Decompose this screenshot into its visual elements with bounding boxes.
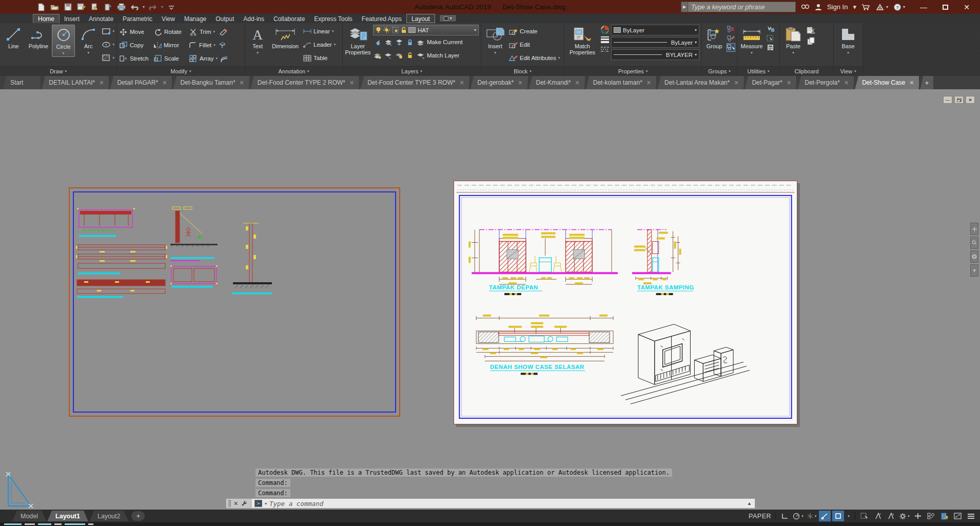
help-icon[interactable]: ?▾ <box>893 3 905 11</box>
rectangle-icon[interactable] <box>102 27 111 36</box>
line-button[interactable]: Line <box>2 25 25 49</box>
layer-state-icon[interactable] <box>373 51 382 60</box>
edit-block-button[interactable]: Edit <box>520 42 530 48</box>
erase-icon[interactable] <box>219 28 228 36</box>
scale-icon[interactable] <box>153 54 162 63</box>
move-button[interactable]: Move <box>130 29 151 35</box>
file-tab[interactable]: Det-Bangku Taman*✕ <box>173 76 249 89</box>
tab-manage[interactable]: Manage <box>180 14 211 23</box>
linear-button[interactable]: Linear <box>313 28 330 34</box>
tab-featured-apps[interactable]: Featured Apps <box>357 14 406 23</box>
group-selection-icon[interactable] <box>727 43 735 52</box>
layer-lock-icon[interactable] <box>405 38 414 47</box>
doc-restore-button[interactable] <box>954 96 964 104</box>
layer-vpfreeze-icon[interactable] <box>395 51 403 60</box>
linetype-dropdown[interactable]: BYLAYER▾ <box>611 49 699 60</box>
copy-button[interactable]: Copy <box>130 42 151 48</box>
osnap-dropdown-icon[interactable]: ▾ <box>846 511 852 521</box>
measure-button[interactable]: Measure▾ <box>739 25 764 56</box>
layout1-tab[interactable]: Layout1 <box>47 511 88 521</box>
osnap-icon[interactable] <box>819 511 831 521</box>
id-point-icon[interactable] <box>766 34 775 43</box>
nav-orbit-button[interactable] <box>970 250 978 263</box>
redo-dropdown-icon[interactable]: ▾ <box>161 5 163 9</box>
model-tab[interactable]: Model <box>12 511 46 521</box>
command-close-icon[interactable]: ✕ <box>233 500 238 507</box>
linetype-icon[interactable] <box>600 45 609 53</box>
tab-parametric[interactable]: Parametric <box>118 14 157 23</box>
drawing-canvas[interactable]: — ✕ ▾ <box>0 89 980 510</box>
command-input[interactable] <box>269 500 744 508</box>
layer-properties-button[interactable]: Layer Properties <box>345 25 371 55</box>
leader-button[interactable]: Leader <box>313 42 332 48</box>
hatch-icon[interactable] <box>102 54 111 63</box>
edit-attributes-icon[interactable] <box>509 54 518 63</box>
file-tab[interactable]: Det-Kmandi*✕ <box>529 76 585 89</box>
command-wrench-icon[interactable] <box>241 500 248 507</box>
panel-layers-footer[interactable]: Layers▾ <box>343 66 481 76</box>
user-icon[interactable] <box>815 4 822 11</box>
file-tab[interactable]: Det-Food Center TYPE 2 ROW*✕ <box>250 76 360 89</box>
redo-button[interactable] <box>148 2 158 12</box>
table-icon[interactable] <box>303 54 311 63</box>
doc-minimize-button[interactable]: — <box>943 96 952 104</box>
layer-freeze-icon[interactable] <box>395 38 403 47</box>
rotate-button[interactable]: Rotate <box>164 29 187 35</box>
tab-collaborate[interactable]: Collaborate <box>269 14 309 23</box>
copy-clip-icon[interactable] <box>807 36 815 45</box>
print-icon[interactable] <box>116 2 126 12</box>
open-folder-icon[interactable] <box>49 2 60 12</box>
a360-icon[interactable]: ▾ <box>875 4 888 11</box>
base-button[interactable]: Base▾ <box>837 25 859 56</box>
offset-icon[interactable] <box>220 54 228 63</box>
create-block-icon[interactable] <box>509 27 518 36</box>
command-drag-handle[interactable] <box>228 500 231 507</box>
insert-button[interactable]: Insert▾ <box>483 25 507 56</box>
nav-pan-button[interactable] <box>970 223 978 235</box>
array-icon[interactable] <box>189 54 198 63</box>
tab-home[interactable]: Home <box>33 14 60 23</box>
paste-button[interactable]: Paste▾ <box>782 25 805 56</box>
leader-icon[interactable] <box>303 41 311 49</box>
layer-isolate-icon[interactable] <box>384 38 393 47</box>
rotate-icon[interactable] <box>153 28 162 36</box>
paper-space-button[interactable]: PAPER <box>744 513 776 520</box>
panel-view-footer[interactable]: View▾ <box>834 66 863 76</box>
mirror-button[interactable]: Mirror <box>164 42 186 48</box>
panel-properties-footer[interactable]: Properties▾ <box>564 66 701 76</box>
save-icon[interactable] <box>63 2 73 12</box>
polyline-button[interactable]: Polyline <box>27 25 50 49</box>
panel-draw-footer[interactable]: Draw▾ <box>0 66 116 76</box>
clean-screen-icon[interactable] <box>952 511 964 521</box>
table-button[interactable]: Table <box>313 55 328 61</box>
maximize-button[interactable] <box>941 3 949 11</box>
layout2-tab[interactable]: Layout2 <box>89 511 128 521</box>
array-button[interactable]: Array <box>200 55 213 62</box>
selection-cycling-icon[interactable] <box>858 511 870 521</box>
layer-dropdown[interactable]: HAT ▾ <box>373 25 479 35</box>
osnap-tracking-icon[interactable] <box>832 511 844 521</box>
sign-in-dropdown-icon[interactable]: ▾ <box>853 3 856 11</box>
circle-button[interactable]: Circle ▾ <box>52 25 75 57</box>
new-layout-button[interactable]: + <box>131 511 145 521</box>
nav-zoom-button[interactable] <box>970 237 978 249</box>
command-dropdown-icon[interactable]: ▾ <box>265 501 267 506</box>
doc-close-button[interactable]: ✕ <box>966 96 975 104</box>
tab-express-tools[interactable]: Express Tools <box>309 14 357 23</box>
close-button[interactable]: ✕ <box>963 3 971 11</box>
graphics-performance-icon[interactable] <box>938 511 950 521</box>
workspace-switching-icon[interactable] <box>912 511 924 521</box>
isometric-drafting-icon[interactable]: ▾ <box>806 511 817 521</box>
edit-block-icon[interactable] <box>509 41 518 49</box>
trim-icon[interactable] <box>189 28 198 36</box>
new-file-icon[interactable] <box>36 2 46 12</box>
file-tab[interactable]: Det-Lantai Area Makan*✕ <box>657 76 744 89</box>
tab-add-ins[interactable]: Add-ins <box>239 14 269 23</box>
fillet-icon[interactable] <box>188 41 197 50</box>
edit-attributes-button[interactable]: Edit Attributes <box>520 55 556 61</box>
arc-button[interactable]: Arc ▾ <box>77 25 100 56</box>
polar-tracking-icon[interactable]: ▾ <box>792 511 804 521</box>
stretch-icon[interactable] <box>119 54 128 63</box>
dimension-button[interactable]: Dimension <box>270 25 301 49</box>
create-block-button[interactable]: Create <box>520 28 538 34</box>
